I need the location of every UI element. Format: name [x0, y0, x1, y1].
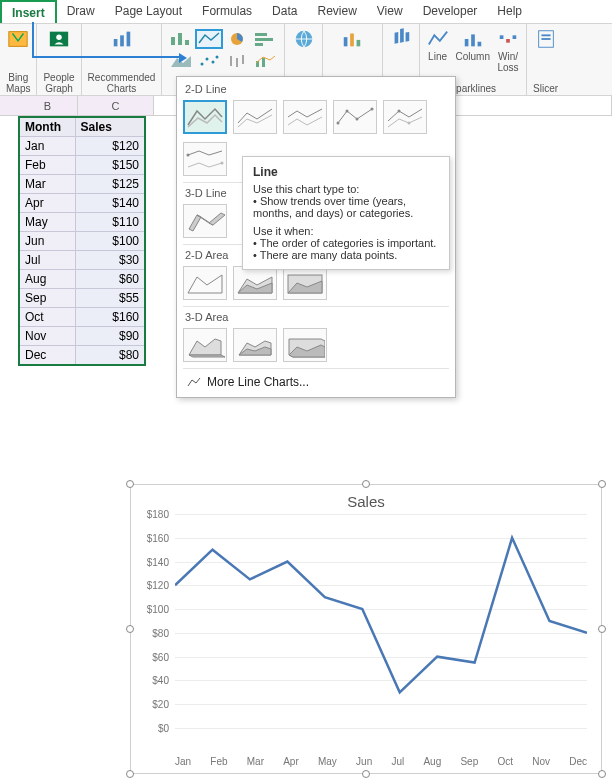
svg-rect-28 — [405, 32, 409, 42]
tab-view[interactable]: View — [367, 0, 413, 23]
svg-rect-4 — [120, 35, 124, 46]
svg-rect-5 — [126, 32, 130, 47]
arrow-1b — [32, 56, 180, 58]
svg-rect-29 — [465, 39, 469, 46]
svg-point-2 — [56, 34, 62, 40]
tab-review[interactable]: Review — [307, 0, 366, 23]
svg-rect-24 — [350, 34, 354, 47]
svg-rect-30 — [471, 34, 475, 46]
recommended-charts-button[interactable]: Recommended Charts — [82, 24, 163, 95]
tab-formulas[interactable]: Formulas — [192, 0, 262, 23]
svg-point-13 — [201, 63, 204, 66]
arrow-1-head — [179, 53, 187, 63]
svg-rect-11 — [255, 38, 273, 41]
people-graph-icon — [47, 27, 71, 51]
tab-data[interactable]: Data — [262, 0, 307, 23]
svg-point-15 — [212, 61, 215, 64]
svg-rect-23 — [344, 37, 348, 46]
line-chart-gallery: 2-D Line 3-D Line 2-D Area 3-D Area More… — [176, 76, 456, 96]
svg-rect-36 — [541, 34, 550, 36]
tab-help[interactable]: Help — [487, 0, 532, 23]
chart-type-stock[interactable] — [224, 52, 250, 70]
sparkline-column-icon — [461, 27, 485, 51]
svg-rect-27 — [400, 28, 404, 42]
chart-type-pie[interactable] — [224, 30, 250, 48]
chart-type-scatter[interactable] — [196, 52, 222, 70]
svg-point-14 — [206, 58, 209, 61]
svg-rect-12 — [255, 43, 263, 46]
3d-map-icon — [389, 27, 413, 51]
svg-rect-7 — [178, 33, 182, 45]
slicer-button[interactable]: Slicer — [527, 24, 564, 95]
globe-icon — [292, 27, 316, 51]
svg-rect-3 — [113, 39, 117, 46]
slicer-icon — [534, 27, 558, 51]
chart-type-line-dropdown[interactable] — [196, 30, 222, 48]
sparkline-winloss-icon — [496, 27, 520, 51]
sparkline-line[interactable]: Line — [426, 27, 450, 73]
bing-maps-icon — [6, 27, 30, 51]
svg-rect-26 — [394, 32, 398, 44]
svg-rect-31 — [477, 42, 481, 47]
chart-type-bar[interactable] — [252, 30, 278, 48]
ribbon-tabs: Insert Draw Page Layout Formulas Data Re… — [0, 0, 612, 24]
pivotchart-icon — [340, 27, 364, 51]
tab-draw[interactable]: Draw — [57, 0, 105, 23]
svg-point-16 — [216, 56, 219, 59]
arrow-1 — [32, 22, 34, 56]
gallery-section-2d-line: 2-D Line — [183, 81, 449, 96]
chart-type-combo[interactable] — [252, 52, 278, 70]
svg-rect-6 — [171, 37, 175, 45]
svg-rect-10 — [255, 33, 267, 36]
recommended-charts-icon — [110, 27, 134, 51]
svg-rect-25 — [357, 40, 361, 46]
svg-rect-32 — [500, 35, 504, 39]
sparkline-column[interactable]: Column — [456, 27, 490, 73]
svg-rect-37 — [541, 38, 550, 40]
tab-insert[interactable]: Insert — [0, 0, 57, 23]
sparkline-line-icon — [426, 27, 450, 51]
svg-rect-33 — [506, 39, 510, 43]
tab-developer[interactable]: Developer — [413, 0, 488, 23]
svg-rect-8 — [185, 40, 189, 45]
svg-rect-21 — [262, 58, 265, 67]
people-graph-button[interactable]: People Graph — [37, 24, 81, 95]
tab-pagelayout[interactable]: Page Layout — [105, 0, 192, 23]
svg-rect-34 — [513, 35, 517, 39]
chart-type-column[interactable] — [168, 30, 194, 48]
sparkline-winloss[interactable]: Win/ Loss — [496, 27, 520, 73]
svg-rect-0 — [9, 32, 27, 47]
